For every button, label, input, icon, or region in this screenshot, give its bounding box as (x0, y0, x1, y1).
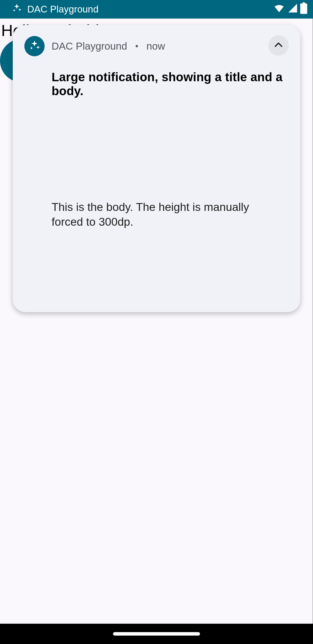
cell-signal-icon (287, 3, 298, 16)
notification-time: now (146, 40, 165, 52)
status-bar-right (273, 0, 307, 19)
notification-app-icon (24, 36, 45, 56)
gesture-handle[interactable] (113, 632, 200, 636)
wifi-icon (273, 2, 285, 17)
sparkle-icon (28, 39, 41, 53)
status-bar-left: DAC Playground (12, 3, 99, 16)
status-bar: DAC Playground (0, 0, 313, 19)
notification-card[interactable]: DAC Playground • now Large notification,… (13, 25, 300, 312)
battery-icon (300, 2, 307, 16)
status-bar-title: DAC Playground (27, 4, 99, 15)
notification-app-name: DAC Playground (52, 40, 127, 52)
notification-body: This is the body. The height is manually… (52, 200, 283, 229)
notification-separator: • (134, 41, 140, 51)
navigation-bar (0, 624, 313, 644)
notification-title: Large notification, showing a title and … (52, 70, 289, 98)
notification-header: DAC Playground • now (24, 36, 289, 56)
sparkle-icon (12, 3, 22, 16)
chevron-up-icon (273, 39, 284, 52)
collapse-button[interactable] (268, 35, 289, 56)
